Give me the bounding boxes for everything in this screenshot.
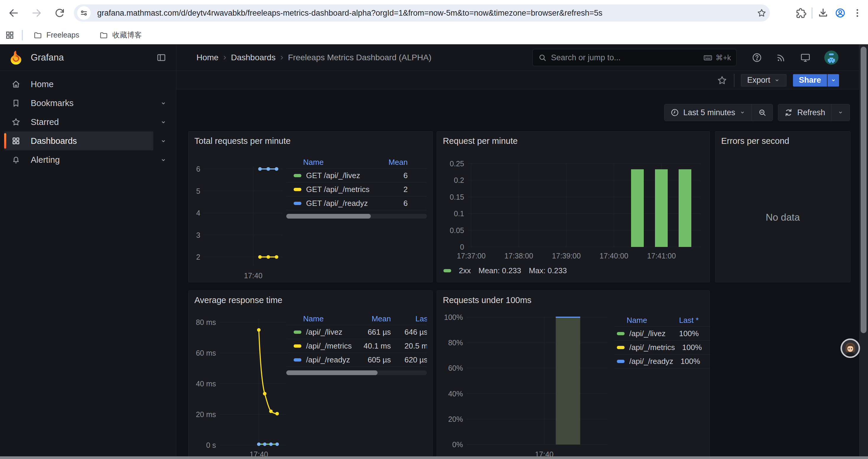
page-scrollbar-horizontal[interactable] — [0, 456, 868, 459]
panel-request-per-minute[interactable]: Request per minute 17:37:0017:38:0017:39… — [437, 131, 710, 282]
legend-row[interactable]: /api/_/livez 661 µs 646 µs — [286, 325, 427, 339]
legend-col-mean[interactable]: Mean — [349, 314, 391, 323]
time-range-picker[interactable]: Last 5 minutes — [664, 104, 752, 121]
legend-col-name[interactable]: Name — [286, 158, 375, 167]
legend-row[interactable]: /api/_/readyz 605 µs 620 µs — [286, 353, 427, 367]
chevron-down-icon[interactable] — [160, 157, 167, 164]
sidebar-item-alerting[interactable]: Alerting — [4, 150, 153, 169]
bookmark-star-button[interactable] — [753, 8, 770, 18]
sidebar-brand-row: Grafana — [0, 44, 176, 71]
panel-total-requests-per-minute[interactable]: Total requests per minute 6543217:40 Nam… — [188, 131, 433, 282]
legend-col-last[interactable]: Last * — [391, 314, 427, 323]
dashboards-grid-icon — [11, 136, 21, 145]
series-swatch — [443, 269, 451, 272]
address-bar[interactable]: grafana.mathmast.com/d/deytv4rwavabkb/fr… — [74, 4, 770, 22]
user-avatar[interactable] — [824, 51, 838, 65]
legend-col-name[interactable]: Name — [615, 316, 672, 325]
series-name: /api/_/metrics — [306, 341, 352, 351]
svg-text:40 ms: 40 ms — [196, 380, 216, 388]
series-swatch — [617, 332, 625, 335]
panel-requests-under-100ms[interactable]: Requests under 100ms 100%80%60%40%20%0%1… — [437, 290, 710, 459]
news-rss-icon[interactable] — [776, 52, 786, 63]
reload-button[interactable] — [53, 6, 66, 20]
legend-row[interactable]: GET /api/_/metrics 2 — [286, 183, 427, 196]
menu-button[interactable] — [851, 6, 864, 20]
scrollbar-thumb[interactable] — [861, 47, 867, 333]
apps-grid-icon — [5, 30, 15, 40]
chevron-down-icon — [774, 77, 780, 84]
series-swatch — [294, 202, 301, 205]
svg-text:40%: 40% — [448, 390, 463, 398]
refresh-button[interactable]: Refresh — [778, 104, 831, 121]
browser-toolbar: grafana.mathmast.com/d/deytv4rwavabkb/fr… — [0, 0, 868, 26]
legend-row[interactable]: GET /api/_/livez 6 — [286, 169, 427, 183]
series-last: 646 µs — [391, 328, 427, 337]
browser-actions — [795, 0, 864, 26]
legend-line[interactable]: 2xx Mean: 0.233 Max: 0.233 — [443, 266, 567, 275]
share-menu-button[interactable] — [828, 74, 839, 87]
monitor-icon[interactable] — [800, 52, 811, 63]
scrollbar-thumb[interactable] — [286, 370, 378, 375]
legend-scrollbar[interactable] — [286, 214, 427, 219]
profile-button[interactable] — [834, 6, 847, 20]
legend-col-mean[interactable]: Mean — [375, 158, 427, 167]
home-icon — [11, 79, 21, 89]
panel-errors-per-second[interactable]: Errors per second No data — [715, 131, 850, 282]
share-button[interactable]: Share — [793, 74, 827, 87]
sidebar-item-bookmarks[interactable]: Bookmarks — [4, 94, 153, 112]
series-swatch — [294, 188, 301, 191]
legend-row[interactable]: GET /api/_/readyz 6 — [286, 196, 427, 210]
scrollbar-thumb[interactable] — [286, 214, 371, 219]
sidebar-item-starred[interactable]: Starred — [4, 112, 153, 131]
svg-text:17:40:00: 17:40:00 — [599, 252, 628, 260]
zoom-out-time-button[interactable] — [752, 104, 773, 121]
legend-row[interactable]: /api/_/metrics 100% — [615, 340, 710, 355]
legend-col-last[interactable]: Last * — [672, 316, 710, 325]
bookmarks-bar: Freeleaps 收藏博客 — [0, 26, 868, 44]
chevron-down-icon — [830, 77, 837, 84]
extensions-icon — [795, 7, 807, 19]
chevron-down-icon[interactable] — [160, 100, 167, 107]
dashboard-canvas: Last 5 minutes Refresh — [176, 90, 859, 459]
sidebar-item-dashboards[interactable]: Dashboards — [4, 131, 153, 150]
legend-row[interactable]: /api/_/metrics 40.1 ms 20.5 ms — [286, 339, 427, 353]
refresh-label: Refresh — [797, 108, 825, 117]
legend-row[interactable]: /api/_/readyz 100% — [615, 355, 710, 368]
help-icon[interactable] — [752, 52, 762, 63]
breadcrumb-dashboards[interactable]: Dashboards — [231, 53, 276, 62]
downloads-button[interactable] — [816, 6, 830, 20]
site-settings-button[interactable] — [77, 6, 91, 20]
bookmark-folder-freeleaps[interactable]: Freeleaps — [27, 28, 86, 42]
legend-col-name[interactable]: Name — [286, 314, 349, 323]
forward-icon — [31, 7, 42, 19]
back-button[interactable] — [7, 6, 20, 20]
sidebar-item-label: Dashboards — [31, 136, 77, 146]
collapse-sidebar-button[interactable] — [155, 52, 167, 64]
keyboard-icon — [703, 53, 713, 62]
legend-scrollbar[interactable] — [286, 370, 427, 375]
favorite-dashboard-button[interactable] — [717, 75, 727, 86]
page-scrollbar-vertical[interactable] — [859, 44, 868, 459]
apps-button[interactable] — [0, 30, 20, 40]
assistant-avatar-widget[interactable] — [840, 338, 860, 358]
url-text: grafana.mathmast.com/d/deytv4rwavabkb/fr… — [97, 8, 753, 18]
export-button[interactable]: Export — [741, 74, 786, 87]
svg-text:20%: 20% — [448, 415, 463, 423]
sidebar-item-label: Home — [31, 79, 54, 89]
top-nav: Home › Dashboards › Freeleaps Metrics Da… — [176, 44, 859, 71]
refresh-interval-button[interactable] — [831, 104, 850, 121]
breadcrumb-home[interactable]: Home — [196, 53, 219, 62]
chevron-down-icon[interactable] — [160, 119, 167, 126]
svg-text:2: 2 — [196, 253, 200, 261]
search-input[interactable]: Search or jump to... ⌘+k — [532, 49, 737, 66]
refresh-icon — [784, 108, 793, 117]
legend-row[interactable]: /api/_/livez 100% — [615, 327, 710, 340]
forward-button[interactable] — [30, 6, 43, 20]
panel-average-response-time[interactable]: Average response time 80 ms60 ms40 ms20 … — [188, 290, 433, 459]
extensions-button[interactable] — [795, 6, 807, 20]
bookmark-folder-blogs[interactable]: 收藏博客 — [93, 28, 148, 42]
sidebar-item-label: Starred — [31, 117, 59, 127]
panel-title: Errors per second — [721, 136, 789, 146]
sidebar-item-home[interactable]: Home — [4, 75, 153, 94]
chevron-down-icon[interactable] — [160, 138, 167, 145]
